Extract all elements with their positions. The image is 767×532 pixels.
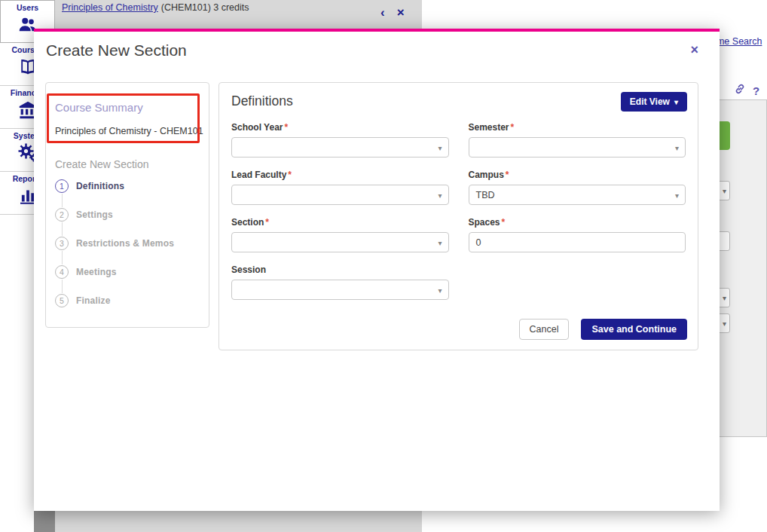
required-marker: * — [284, 122, 288, 133]
course-link[interactable]: Principles of Chemistry — [62, 2, 158, 13]
course-meta: (CHEM101) 3 credits — [161, 2, 249, 13]
caret-down-icon: ▾ — [723, 187, 726, 195]
definitions-form: School Year* ▾ Semester* ▾ Lead Faculty*… — [231, 122, 686, 300]
screen: Principles of Chemistry(CHEM101) 3 credi… — [0, 0, 767, 532]
step-number: 2 — [55, 208, 69, 222]
campus-select[interactable]: TBD▾ — [469, 185, 686, 205]
wizard-step-restrictions-memos[interactable]: 3 Restrictions & Memos — [55, 237, 174, 250]
spaces-input[interactable]: 0 — [469, 232, 686, 252]
right-rail-icons: ? — [734, 83, 759, 98]
modal-close-icon[interactable]: × — [690, 42, 698, 58]
input-value: 0 — [476, 237, 481, 248]
field-session: Session ▾ — [231, 264, 449, 300]
caret-down-icon: ▾ — [438, 286, 442, 295]
modal-title: Create New Section — [46, 41, 187, 60]
caret-down-icon: ▾ — [723, 294, 726, 302]
wizard-heading: Create New Section — [55, 158, 149, 170]
wizard-step-meetings[interactable]: 4 Meetings — [55, 265, 174, 279]
field-label: Campus* — [469, 170, 686, 180]
step-label: Settings — [76, 209, 113, 220]
create-new-section-modal: Create New Section × Course Summary Prin… — [34, 29, 720, 511]
caret-down-icon: ▾ — [675, 144, 679, 152]
step-connector — [62, 251, 63, 264]
wizard-step-finalize[interactable]: 5 Finalize — [55, 294, 174, 307]
save-and-continue-button[interactable]: Save and Continue — [581, 319, 687, 340]
backdrop-strip — [34, 511, 55, 532]
lead-faculty-select[interactable]: ▾ — [231, 185, 449, 205]
caret-down-icon: ▾ — [438, 191, 442, 200]
course-summary-heading: Course Summary — [55, 101, 143, 114]
caret-down-icon: ▾ — [674, 98, 678, 106]
step-label: Meetings — [76, 267, 117, 277]
field-label: Semester* — [469, 122, 686, 133]
school-year-select[interactable]: ▾ — [231, 137, 449, 157]
field-label: School Year* — [231, 122, 449, 133]
step-number: 1 — [55, 179, 69, 193]
course-summary-name: Principles of Chemistry - CHEM101 — [55, 126, 203, 136]
field-spaces: Spaces* 0 — [469, 217, 686, 252]
caret-down-icon: ▾ — [675, 191, 679, 200]
semester-select[interactable]: ▾ — [469, 137, 686, 157]
caret-down-icon: ▾ — [438, 144, 442, 152]
step-label: Definitions — [76, 181, 124, 191]
help-icon[interactable]: ? — [753, 84, 759, 97]
edit-view-button[interactable]: Edit View▾ — [621, 92, 687, 112]
definitions-card: Definitions Edit View▾ School Year* ▾ Se… — [218, 82, 698, 350]
step-connector — [62, 194, 63, 207]
field-campus: Campus* TBD▾ — [469, 170, 686, 205]
required-marker: * — [511, 122, 515, 133]
back-icon[interactable]: ‹ — [380, 5, 385, 21]
edit-view-label: Edit View — [630, 96, 670, 107]
required-marker: * — [288, 170, 292, 180]
step-label: Restrictions & Memos — [76, 238, 174, 249]
field-label: Session — [231, 264, 449, 275]
required-marker: * — [502, 217, 506, 228]
field-section: Section* ▾ — [231, 217, 449, 252]
form-actions: Cancel Save and Continue — [519, 319, 687, 340]
content-footer-band — [55, 511, 422, 532]
wizard-step-definitions[interactable]: 1 Definitions — [55, 179, 174, 193]
required-marker: * — [506, 170, 509, 180]
close-icon[interactable]: × — [397, 5, 405, 21]
link-icon[interactable] — [734, 83, 746, 98]
field-label: Lead Faculty* — [231, 170, 449, 180]
caret-down-icon: ▾ — [438, 239, 442, 247]
step-label: Finalize — [76, 295, 111, 306]
section-select[interactable]: ▾ — [231, 232, 449, 252]
cancel-button[interactable]: Cancel — [519, 319, 570, 340]
step-number: 3 — [55, 237, 69, 250]
definitions-heading: Definitions — [231, 93, 293, 109]
step-connector — [62, 280, 63, 293]
caret-down-icon: ▾ — [723, 320, 726, 328]
field-lead-faculty: Lead Faculty* ▾ — [231, 170, 449, 205]
step-number: 5 — [55, 294, 69, 307]
field-school-year: School Year* ▾ — [231, 122, 449, 157]
step-connector — [62, 222, 63, 236]
course-summary-card: Course Summary Principles of Chemistry -… — [45, 82, 209, 328]
content-header-icons: ‹ × — [380, 5, 405, 21]
field-semester: Semester* ▾ — [469, 122, 686, 157]
background-panel: ▾ ▾ ▾ — [714, 99, 767, 437]
step-number: 4 — [55, 265, 69, 279]
required-marker: * — [265, 217, 269, 228]
session-select[interactable]: ▾ — [231, 280, 449, 300]
wizard-step-settings[interactable]: 2 Settings — [55, 208, 174, 222]
wizard-steps: 1 Definitions 2 Settings 3 Restrictions … — [55, 179, 174, 307]
sidebar-item-label: Users — [1, 3, 54, 12]
field-label: Section* — [231, 217, 449, 228]
field-label: Spaces* — [469, 217, 686, 228]
course-title: Principles of Chemistry(CHEM101) 3 credi… — [62, 2, 249, 13]
select-value: TBD — [476, 190, 495, 200]
